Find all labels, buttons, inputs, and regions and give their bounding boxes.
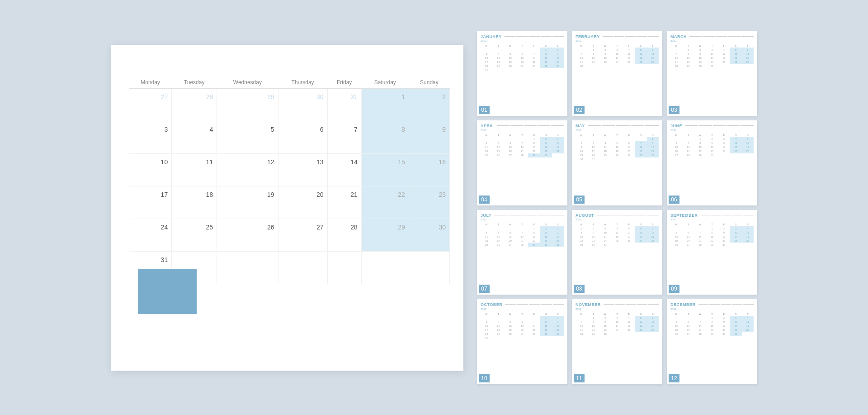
mini-day-cell: 10: [718, 141, 730, 145]
mini-day-header: T: [682, 134, 694, 137]
mini-day-cell: [611, 157, 623, 162]
mini-day-cell: 5: [492, 230, 504, 234]
mini-day-cell: 17: [611, 56, 623, 60]
mini-day-cell: 6: [623, 141, 635, 145]
mini-day-cell: [694, 316, 706, 320]
mini-day-cell: 24: [552, 149, 564, 153]
mini-month-name: DECEMBER2022: [670, 303, 696, 310]
mini-day-header: F: [528, 134, 540, 137]
mini-day-cell: 16: [599, 324, 611, 328]
mini-day-cell: 10: [706, 52, 718, 56]
mini-badge: 09: [669, 285, 679, 293]
mini-day-cell: 28: [670, 64, 682, 68]
mini-day-cell: [694, 226, 706, 230]
mini-day-cell: 4: [742, 226, 754, 230]
mini-day-cell: 30: [552, 332, 564, 336]
mini-day-cell: 16: [552, 324, 564, 328]
mini-day-header: W: [694, 134, 706, 137]
mini-badge: 11: [574, 374, 585, 382]
mini-day-cell: 18: [611, 234, 623, 239]
mini-day-header: F: [623, 312, 635, 316]
mini-day-cell: [611, 137, 623, 141]
mini-day-header: S: [540, 134, 552, 137]
mini-day-cell: 20: [742, 56, 754, 60]
mini-day-cell: 6: [505, 141, 516, 145]
mini-day-cell: 30: [706, 153, 718, 157]
mini-day-cell: 31: [730, 332, 741, 336]
mini-cal-august: AUGUST2022MTWTFSS12345678910111213141516…: [572, 210, 662, 295]
mini-day-cell: 8: [587, 320, 599, 324]
mini-day-cell: 13: [647, 52, 659, 56]
mini-badge: 02: [574, 106, 585, 114]
mini-day-header: M: [670, 312, 682, 316]
mini-header: JUNE2022: [670, 124, 754, 132]
mini-day-cell: 29: [528, 243, 540, 247]
mini-day-cell: 7: [694, 320, 706, 324]
main-day-cell: 25: [172, 219, 217, 251]
mini-day-cell: 31: [481, 336, 492, 340]
mini-day-header: S: [635, 44, 646, 48]
mini-day-header: T: [492, 44, 504, 48]
mini-day-cell: 13: [682, 324, 694, 328]
mini-day-cell: 16: [540, 234, 552, 239]
mini-day-cell: 1: [694, 137, 706, 141]
main-day-cell: 9: [409, 121, 449, 153]
mini-header: JULY2022: [481, 214, 564, 221]
mini-day-cell: 10: [611, 320, 623, 324]
mini-day-cell: 1: [528, 226, 540, 230]
mini-day-header: S: [742, 312, 754, 316]
main-day-cell: [361, 251, 409, 284]
mini-day-cell: 23: [599, 328, 611, 332]
mini-day-cell: 4: [599, 141, 611, 145]
main-day-cell: 27: [129, 88, 172, 121]
mini-badge: 05: [574, 196, 585, 204]
main-day-cell: 19: [217, 186, 278, 219]
mini-day-cell: 22: [587, 328, 599, 332]
mini-day-header: T: [682, 312, 694, 316]
mini-day-cell: 2: [540, 226, 552, 230]
mini-day-header: W: [505, 134, 516, 137]
mini-day-header: T: [587, 44, 599, 48]
mini-day-cell: 6: [505, 230, 516, 234]
mini-day-header: W: [505, 223, 516, 226]
mini-day-cell: 8: [576, 230, 587, 234]
mini-day-cell: [492, 137, 504, 141]
mini-badge: 10: [479, 374, 490, 382]
mini-day-cell: [481, 137, 492, 141]
mini-day-cell: 19: [742, 145, 754, 149]
mini-day-cell: 23: [552, 328, 564, 332]
mini-day-cell: 24: [587, 153, 599, 157]
main-day-cell: 22: [361, 186, 409, 219]
mini-day-cell: 13: [647, 320, 659, 324]
main-day-cell: 31: [327, 88, 361, 121]
mini-day-cell: [635, 332, 646, 336]
mini-day-cell: 31: [481, 68, 492, 72]
mini-header: DECEMBER2022: [670, 303, 754, 310]
mini-day-cell: 18: [623, 324, 635, 328]
mini-month-name: OCTOBER2022: [481, 303, 502, 310]
mini-day-header: W: [599, 312, 611, 316]
mini-day-cell: 24: [718, 149, 730, 153]
mini-month-name: JUNE2022: [670, 124, 682, 132]
main-day-cell: 21: [327, 186, 361, 219]
mini-day-cell: 1: [706, 226, 718, 230]
mini-day-cell: 27: [647, 328, 659, 332]
mini-day-cell: 7: [647, 226, 659, 230]
mini-day-cell: [492, 226, 504, 230]
mini-day-cell: 27: [516, 332, 528, 336]
mini-day-cell: 4: [492, 320, 504, 324]
mini-day-cell: 12: [611, 145, 623, 149]
mini-day-cell: [587, 137, 599, 141]
mini-day-cell: 19: [492, 149, 504, 153]
mini-day-header: S: [635, 134, 646, 137]
mini-day-cell: [492, 48, 504, 52]
mini-day-cell: 1: [587, 48, 599, 52]
mini-day-cell: 14: [647, 230, 659, 234]
mini-badge: 04: [479, 196, 490, 204]
mini-header: SEPTEMBER2022: [670, 214, 754, 221]
mini-day-cell: 20: [516, 328, 528, 332]
mini-day-cell: [611, 243, 623, 247]
mini-day-cell: [742, 332, 754, 336]
mini-day-cell: 31: [587, 157, 599, 162]
mini-day-header: F: [623, 223, 635, 226]
